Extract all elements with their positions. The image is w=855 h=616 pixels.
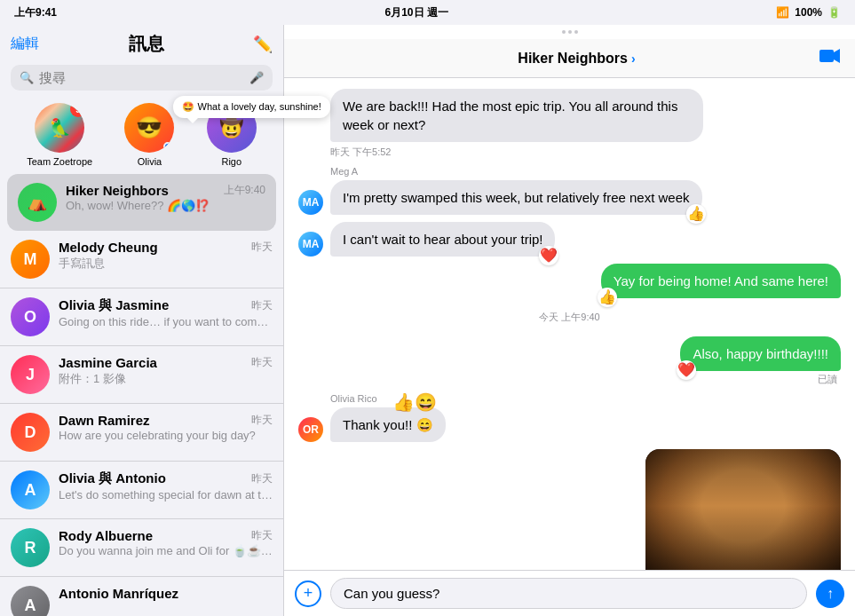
messages-area: We are back!!! Had the most epic trip. Y… — [284, 78, 855, 570]
melody-cheung-avatar: M — [11, 240, 50, 279]
send-button[interactable]: ↑ — [816, 580, 844, 608]
message-6: Also, happy birthday!!!! ❤️ 已讀 — [298, 336, 841, 386]
edit-button[interactable]: 編輯 — [11, 35, 39, 53]
olivia-blue-dot — [163, 142, 172, 151]
message-3: MA I can't wait to hear about your trip!… — [298, 222, 841, 257]
rody-albuerne-name: Rody Albuerne — [59, 528, 153, 543]
olivia-name: Olivia — [138, 156, 162, 167]
reaction-m4: 👍 — [598, 288, 617, 307]
hiker-neighbors-time: 上午9:40 — [224, 183, 265, 198]
conv-item-hiker-neighbors[interactable]: ⛺ Hiker Neighbors 上午9:40 Oh, wow! Where?… — [7, 174, 276, 231]
conversation-list: ⛺ Hiker Neighbors 上午9:40 Oh, wow! Where?… — [0, 174, 283, 616]
olivia-jasmine-avatar: O — [11, 297, 50, 336]
chevron-right-icon: › — [631, 51, 636, 66]
rigo-name: Rigo — [221, 156, 241, 167]
message-7: Olivia Rico OR Thank you!! 😄 👍😄 — [298, 393, 841, 442]
add-attachment-button[interactable]: + — [295, 580, 321, 607]
chat-panel: Hiker Neighbors › We are back!!! Had the… — [284, 25, 855, 616]
input-area: + Can you guess? ↑ — [284, 570, 855, 616]
pinned-contacts: 🦜 5 Team Zoetrope 🤩 What a lovely day, s… — [0, 96, 283, 174]
antonio-manriquez-content: Antonio Manríquez — [59, 586, 273, 602]
msg-avatar-olivia-rico: OR — [298, 417, 323, 442]
chat-dot-1 — [562, 30, 566, 34]
sticker-reaction-m7: 👍😄 — [392, 391, 437, 413]
reaction-m6: ❤️ — [677, 360, 696, 380]
conv-item-melody-cheung[interactable]: M Melody Cheung 昨天 手寫訊息 — [0, 231, 283, 288]
sender-label-m2: Meg A — [330, 166, 358, 177]
app-container: 編輯 訊息 ✏️ 🔍 🎤 🦜 5 Team Zoetrope 🤩 What a … — [0, 25, 855, 616]
msg-avatar-mega-2: MA — [298, 232, 323, 257]
rody-albuerne-time: 昨天 — [251, 528, 273, 543]
rody-albuerne-content: Rody Albuerne 昨天 Do you wanna join me an… — [59, 528, 273, 557]
team-zoetrope-badge: 5 — [70, 103, 84, 117]
bubble-m1: We are back!!! Had the most epic trip. Y… — [330, 89, 703, 142]
jasmine-garcia-avatar: J — [11, 355, 50, 394]
olivia-antonio-content: Olivia 與 Antonio 昨天 Let's do something s… — [59, 470, 273, 501]
message-4: Yay for being home! And same here! 👍 — [298, 264, 841, 298]
melody-cheung-preview: 手寫訊息 — [59, 256, 273, 272]
status-date: 6月10日 週一 — [384, 5, 447, 20]
conv-item-olivia-antonio[interactable]: A Olivia 與 Antonio 昨天 Let's do something… — [0, 462, 283, 519]
svg-marker-1 — [834, 49, 840, 63]
dawn-ramirez-time: 昨天 — [251, 413, 273, 428]
pinned-contact-team-zoetrope[interactable]: 🦜 5 Team Zoetrope — [27, 103, 92, 167]
search-bar[interactable]: 🔍 🎤 — [11, 65, 273, 91]
melody-cheung-content: Melody Cheung 昨天 手寫訊息 — [59, 240, 273, 272]
olivia-antonio-preview: Let's do something special for dawn at t… — [59, 488, 273, 501]
message-input[interactable]: Can you guess? — [330, 578, 807, 609]
jasmine-garcia-name: Jasmine Garcia — [59, 355, 157, 370]
sidebar-header: 編輯 訊息 ✏️ — [0, 25, 283, 59]
svg-rect-0 — [819, 50, 834, 62]
sidebar-title: 訊息 — [39, 32, 253, 56]
conv-item-olivia-jasmine[interactable]: O Olivia 與 Jasmine 昨天 Going on this ride… — [0, 288, 283, 346]
jasmine-garcia-preview: 附件：1 影像 — [59, 371, 273, 387]
send-icon: ↑ — [827, 586, 834, 602]
conv-item-dawn-ramirez[interactable]: D Dawn Ramirez 昨天 How are you celebratin… — [0, 404, 283, 462]
hiker-neighbors-preview: Oh, wow! Where?? 🌈🌎⁉️ — [66, 199, 265, 212]
conv-item-jasmine-garcia[interactable]: J Jasmine Garcia 昨天 附件：1 影像 — [0, 346, 283, 404]
jasmine-garcia-content: Jasmine Garcia 昨天 附件：1 影像 — [59, 355, 273, 387]
antonio-manriquez-avatar: A — [11, 586, 50, 616]
dawn-ramirez-preview: How are you celebrating your big day? — [59, 429, 273, 442]
pinned-contact-olivia[interactable]: 🤩 What a lovely day, sunshine! 😎 Olivia — [124, 103, 174, 167]
olivia-jasmine-content: Olivia 與 Jasmine 昨天 Going on this ride… … — [59, 297, 273, 328]
sender-label-m7: Olivia Rico — [330, 393, 377, 404]
chat-header-center[interactable]: Hiker Neighbors › — [518, 51, 635, 67]
melody-cheung-name: Melody Cheung — [59, 240, 158, 255]
chat-dot-2 — [568, 30, 572, 34]
tooltip-bubble: 🤩 What a lovely day, sunshine! — [173, 96, 329, 118]
bubble-m4: Yay for being home! And same here! 👍 — [601, 264, 841, 298]
compose-button[interactable]: ✏️ — [253, 35, 273, 54]
mic-icon[interactable]: 🎤 — [249, 71, 264, 84]
reaction-m3: ❤️ — [539, 246, 558, 265]
msg-avatar-mega: MA — [298, 190, 323, 215]
bubble-m6: Also, happy birthday!!!! ❤️ — [680, 336, 841, 371]
battery-percent: 100% — [795, 6, 822, 19]
sidebar: 編輯 訊息 ✏️ 🔍 🎤 🦜 5 Team Zoetrope 🤩 What a … — [0, 25, 284, 616]
bubble-m2: I'm pretty swamped this week, but relati… — [330, 180, 702, 215]
olivia-antonio-name: Olivia 與 Antonio — [59, 470, 166, 487]
team-zoetrope-avatar: 🦜 5 — [35, 103, 84, 153]
delivered-label: 已讀 — [818, 373, 837, 386]
video-call-button[interactable] — [819, 48, 841, 68]
reaction-m2: 👍 — [686, 204, 706, 224]
olivia-jasmine-name: Olivia 與 Jasmine — [59, 297, 169, 314]
conv-item-antonio-manriquez[interactable]: A Antonio Manríquez — [0, 577, 283, 616]
hiker-neighbors-name: Hiker Neighbors — [66, 183, 169, 198]
antonio-manriquez-name: Antonio Manríquez — [59, 586, 178, 601]
rody-albuerne-preview: Do you wanna join me and Oli for 🍵☕🔍 bre… — [59, 544, 273, 557]
search-input[interactable] — [39, 70, 244, 85]
msg-timestamp-m1: 昨天 下午5:52 — [330, 146, 391, 159]
wifi-icon: 📶 — [776, 6, 789, 19]
bubble-m7-wrapper: Thank you!! 😄 👍😄 — [330, 407, 446, 442]
olivia-antonio-time: 昨天 — [251, 471, 273, 486]
conv-item-rody-albuerne[interactable]: R Rody Albuerne 昨天 Do you wanna join me … — [0, 519, 283, 577]
message-2: Meg A MA I'm pretty swamped this week, b… — [298, 166, 841, 215]
chat-group-name: Hiker Neighbors — [518, 51, 628, 67]
photo-face — [645, 449, 841, 570]
chat-dot-3 — [574, 30, 578, 34]
hiker-neighbors-avatar: ⛺ — [18, 183, 57, 222]
dawn-ramirez-avatar: D — [11, 413, 50, 452]
hiker-neighbors-content: Hiker Neighbors 上午9:40 Oh, wow! Where?? … — [66, 183, 265, 212]
chat-header: Hiker Neighbors › — [284, 39, 855, 78]
